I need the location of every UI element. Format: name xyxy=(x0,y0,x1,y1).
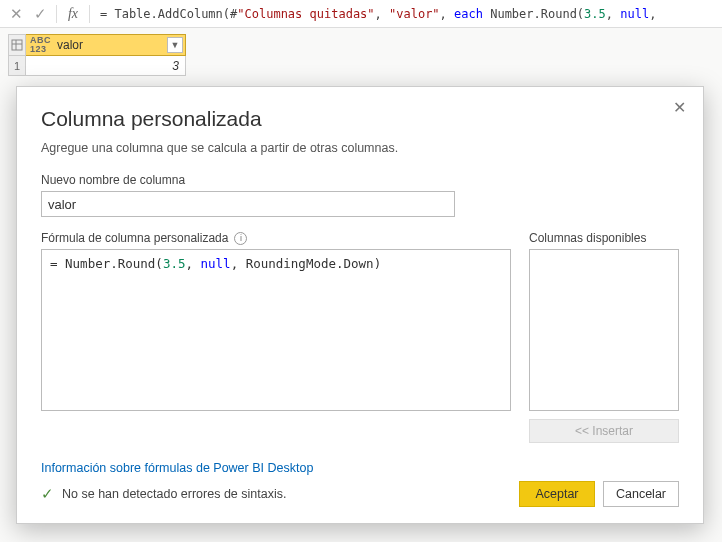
formulas-info-link[interactable]: Información sobre fórmulas de Power BI D… xyxy=(41,461,313,475)
column-filter-dropdown[interactable]: ▼ xyxy=(167,37,183,53)
status-text: No se han detectado errores de sintaxis. xyxy=(62,487,286,501)
accept-button[interactable]: Aceptar xyxy=(519,481,595,507)
cancel-formula-icon[interactable]: ✕ xyxy=(4,3,28,25)
formula-field-label: Fórmula de columna personalizada i xyxy=(41,231,511,245)
fx-icon[interactable]: fx xyxy=(61,3,85,25)
row-number[interactable]: 1 xyxy=(8,56,26,76)
name-field-label: Nuevo nombre de columna xyxy=(41,173,679,187)
accept-formula-icon[interactable]: ✓ xyxy=(28,3,52,25)
syntax-status: ✓ No se han detectado errores de sintaxi… xyxy=(41,485,286,503)
dialog-title: Columna personalizada xyxy=(41,107,679,131)
data-grid: ABC 123 valor ▼ 1 3 xyxy=(0,28,722,76)
column-name-input[interactable] xyxy=(41,191,455,217)
check-icon: ✓ xyxy=(41,485,54,503)
grid-corner[interactable] xyxy=(8,34,26,56)
column-type-icon[interactable]: ABC 123 xyxy=(30,36,51,54)
close-icon[interactable]: ✕ xyxy=(669,97,689,117)
separator xyxy=(56,5,57,23)
column-name: valor xyxy=(57,38,83,52)
formula-bar-text[interactable]: = Table.AddColumn(#"Columnas quitadas", … xyxy=(94,7,718,21)
insert-button[interactable]: << Insertar xyxy=(529,419,679,443)
info-icon[interactable]: i xyxy=(234,232,247,245)
data-cell[interactable]: 3 xyxy=(26,56,186,76)
cancel-button[interactable]: Cancelar xyxy=(603,481,679,507)
column-header-valor[interactable]: ABC 123 valor ▼ xyxy=(26,34,186,56)
available-columns-list[interactable] xyxy=(529,249,679,411)
table-icon xyxy=(11,39,23,51)
available-columns-label: Columnas disponibles xyxy=(529,231,679,245)
formula-bar: ✕ ✓ fx = Table.AddColumn(#"Columnas quit… xyxy=(0,0,722,28)
dialog-subtitle: Agregue una columna que se calcula a par… xyxy=(41,141,679,155)
formula-editor[interactable]: = Number.Round(3.5, null, RoundingMode.D… xyxy=(41,249,511,411)
separator xyxy=(89,5,90,23)
custom-column-dialog: ✕ Columna personalizada Agregue una colu… xyxy=(16,86,704,524)
svg-rect-0 xyxy=(12,40,22,50)
